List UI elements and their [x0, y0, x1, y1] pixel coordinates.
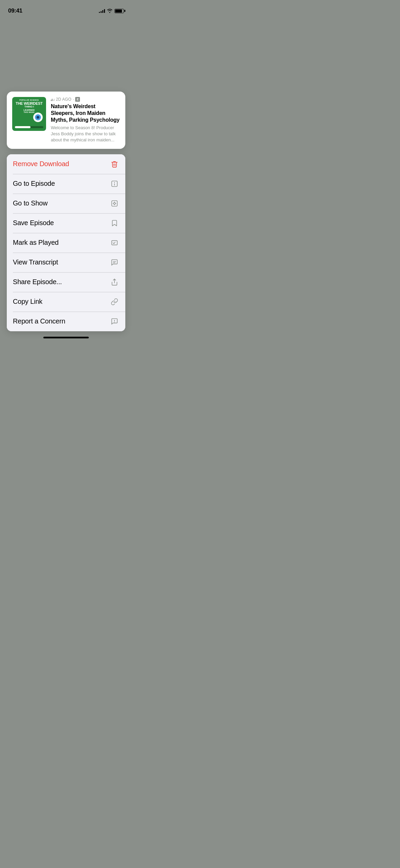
info-icon [110, 179, 119, 189]
go-to-episode-button[interactable]: Go to Episode [7, 174, 125, 194]
mark-as-played-button[interactable]: Mark as Played [7, 233, 125, 253]
copy-link-button[interactable]: Copy Link [7, 292, 125, 312]
copy-link-label: Copy Link [13, 298, 42, 305]
report-icon [110, 317, 119, 326]
podcast-description: Welcome to Season 8! Producer Jess Boddy… [51, 125, 120, 143]
view-transcript-label: View Transcript [13, 258, 58, 266]
remove-download-label: Remove Download [13, 160, 69, 168]
bookmark-icon [110, 218, 119, 228]
go-to-show-button[interactable]: Go to Show [7, 194, 125, 213]
transcript-icon [110, 258, 119, 267]
wifi-icon [107, 9, 112, 13]
status-icons [99, 9, 124, 13]
save-episode-label: Save Episode [13, 219, 54, 227]
artwork-learned: LEARNED [24, 109, 35, 111]
signal-icon [99, 9, 105, 13]
podcast-icon [110, 199, 119, 208]
artwork-week: THIS WEEK [24, 111, 35, 113]
status-bar: 09:41 [0, 0, 132, 17]
meta-signal-icon [51, 98, 55, 101]
go-to-episode-label: Go to Episode [13, 180, 55, 188]
artwork-progress-bar [15, 126, 43, 128]
home-indicator [43, 337, 89, 338]
save-episode-button[interactable]: Save Episode [7, 213, 125, 233]
artwork-title-2: THING I [24, 105, 34, 108]
report-concern-label: Report a Concern [13, 317, 65, 325]
podcast-meta: 2D AGO · E [51, 97, 120, 102]
podcast-info: 2D AGO · E Nature's Weirdest Sleepers, I… [51, 97, 120, 143]
battery-icon [114, 9, 124, 13]
svg-rect-3 [112, 200, 118, 206]
artwork-brand: POPULAR SCIENCE [19, 99, 39, 101]
podcast-artwork: POPULAR SCIENCE THE WEIRDEST THING I LEA… [12, 97, 46, 131]
report-concern-button[interactable]: Report a Concern [7, 312, 125, 331]
artwork-eye [33, 113, 43, 122]
link-icon [110, 297, 119, 307]
status-time: 09:41 [8, 7, 22, 14]
explicit-badge: E [75, 97, 80, 102]
view-transcript-button[interactable]: View Transcript [7, 253, 125, 272]
go-to-show-label: Go to Show [13, 199, 48, 207]
podcast-time-ago: 2D AGO [56, 97, 71, 102]
podcast-title: Nature's Weirdest Sleepers, Iron Maiden … [51, 103, 120, 123]
trash-icon [110, 159, 119, 169]
mark-as-played-label: Mark as Played [13, 239, 59, 246]
share-icon [110, 277, 119, 287]
context-menu: Remove Download Go to Episode Go to Show [7, 154, 125, 331]
mark-played-icon [110, 238, 119, 248]
share-episode-label: Share Episode... [13, 278, 62, 286]
remove-download-button[interactable]: Remove Download [7, 154, 125, 174]
podcast-card: POPULAR SCIENCE THE WEIRDEST THING I LEA… [7, 92, 125, 149]
share-episode-button[interactable]: Share Episode... [7, 272, 125, 292]
